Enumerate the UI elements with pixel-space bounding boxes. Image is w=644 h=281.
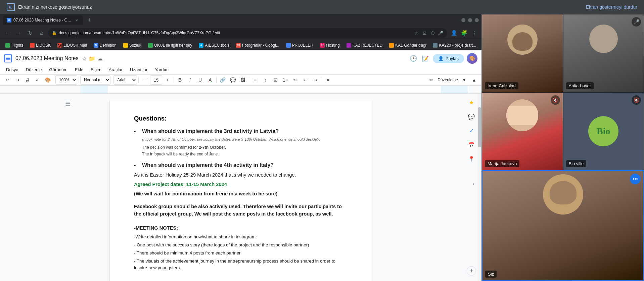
- sidebar-explore-icon[interactable]: ★: [465, 96, 477, 108]
- bookmark-aiesec[interactable]: A AIESEC tools: [196, 42, 232, 48]
- ka220-favicon: [433, 43, 438, 48]
- document-scroll-area[interactable]: ☰ Questions: When should we implement th…: [0, 94, 481, 281]
- checklist-button[interactable]: ☑: [271, 75, 280, 85]
- font-size-display[interactable]: 15: [150, 75, 162, 85]
- bookmark-definition[interactable]: D Definition: [91, 42, 119, 48]
- font-select[interactable]: Arial: [113, 75, 137, 85]
- comment-button[interactable]: 💬: [228, 75, 237, 85]
- document-title[interactable]: 07.06.2023 Meeting Notes: [15, 55, 79, 61]
- sidebar-calendar-icon[interactable]: 📅: [465, 139, 477, 151]
- anita-name-badge: Anita Løver: [566, 82, 594, 89]
- sozluk-favicon: [123, 43, 128, 48]
- share-label: Paylaş: [446, 56, 459, 61]
- address-url: docs.google.com/document/d/1oWoPkOpi78T_…: [59, 31, 411, 35]
- maximize-button[interactable]: [468, 18, 472, 22]
- edit-mode-chevron[interactable]: ▾: [459, 75, 469, 85]
- cloud-icon[interactable]: ☁: [97, 55, 103, 62]
- indent-increase-button[interactable]: ⇥: [311, 75, 320, 85]
- bookmark-star-icon[interactable]: ☆: [413, 30, 420, 36]
- back-button[interactable]: ←: [3, 28, 12, 38]
- extension-icon[interactable]: ⬡: [429, 30, 436, 36]
- style-select[interactable]: Normal m...: [80, 75, 110, 85]
- user-avatar[interactable]: 🎨: [467, 53, 477, 64]
- address-bar[interactable]: 🔒 docs.google.com/document/d/1oWoPkOpi78…: [48, 28, 447, 38]
- extensions-icon[interactable]: 🧩: [459, 28, 469, 38]
- sidebar-chat-icon[interactable]: 💬: [465, 110, 477, 123]
- history-icon[interactable]: 🕐: [409, 54, 418, 63]
- folder-icon[interactable]: 📁: [89, 55, 95, 62]
- mic-icon[interactable]: 🎤: [437, 30, 444, 36]
- star-icon[interactable]: ☆: [82, 55, 87, 62]
- ordered-list-button[interactable]: 1≡: [281, 75, 290, 85]
- tab-close-button[interactable]: ×: [74, 17, 79, 23]
- bookmark-flights[interactable]: Flights: [3, 42, 26, 48]
- pencil-edit-icon[interactable]: ✏: [427, 75, 436, 85]
- align-button[interactable]: ≡: [250, 75, 260, 85]
- sidebar-task-icon[interactable]: ✓: [465, 125, 477, 137]
- ruler: [0, 86, 481, 94]
- menu-araclar[interactable]: Araçlar: [105, 66, 126, 74]
- gdocs-right-controls: 🕐 📝 👤 Paylaş 🎨: [409, 53, 477, 64]
- bookmark-okul[interactable]: OKUL ile ilgili her şey: [145, 42, 195, 48]
- bookmark-sozluk[interactable]: Sözluk: [121, 42, 144, 48]
- menu-bicim[interactable]: Biçim: [87, 66, 105, 74]
- bold-button[interactable]: B: [175, 75, 185, 85]
- reload-button[interactable]: ↻: [26, 28, 35, 38]
- clear-format-button[interactable]: ✕: [323, 75, 333, 85]
- bookmark-ka1[interactable]: KA1 Göndericiliği: [386, 42, 429, 48]
- collapse-button[interactable]: ▲: [469, 75, 479, 85]
- italic-button[interactable]: I: [185, 75, 195, 85]
- scrollbar-thumb[interactable]: [478, 107, 481, 147]
- menu-duzenle[interactable]: Düzenle: [22, 66, 45, 74]
- active-tab[interactable]: G 07.06.2023 Meeting Notes - Goo... ×: [3, 15, 83, 25]
- undo-button[interactable]: ↩: [3, 75, 12, 85]
- bookmark-hosting[interactable]: H Hosting: [317, 42, 342, 48]
- sidebar-add-button[interactable]: +: [467, 266, 476, 276]
- edit-mode-control: ✏ Düzenleme ▾: [427, 75, 469, 85]
- menu-dosya[interactable]: Dosya: [3, 66, 22, 74]
- zoom-select[interactable]: 100%: [55, 75, 77, 85]
- more-options-icon[interactable]: ⋮: [469, 28, 479, 38]
- close-window-button[interactable]: [475, 18, 479, 22]
- menu-uzantilar[interactable]: Uzantılar: [127, 66, 151, 74]
- list-view-icon[interactable]: ☰: [65, 100, 71, 108]
- bookmark-photos[interactable]: 🖼 Fotoğraflar - Googl...: [233, 42, 282, 48]
- bookmark-ka2[interactable]: KA2 REJECTED: [344, 42, 385, 48]
- indent-decrease-button[interactable]: ⇤: [301, 75, 310, 85]
- forward-button[interactable]: →: [14, 28, 24, 38]
- home-button[interactable]: ⌂: [37, 28, 46, 38]
- redo-button[interactable]: ↪: [13, 75, 22, 85]
- unordered-list-button[interactable]: •≡: [291, 75, 300, 85]
- siz-video: [482, 171, 643, 280]
- image-button[interactable]: 🖼: [238, 75, 247, 85]
- bookmark-lidosk[interactable]: LIDOSK: [27, 42, 53, 48]
- font-size-increase-button[interactable]: +: [163, 75, 172, 85]
- meeting-notes-icon[interactable]: 📝: [421, 54, 430, 63]
- ka2-favicon: [347, 43, 351, 48]
- minimize-button[interactable]: [461, 18, 465, 22]
- vertical-scrollbar[interactable]: [477, 94, 481, 281]
- line-spacing-button[interactable]: ↕: [261, 75, 270, 85]
- gdocs-title-icons: ☆ 📁 ☁: [82, 55, 103, 62]
- cast-icon[interactable]: ⊡: [421, 30, 428, 36]
- spell-check-button[interactable]: ✓: [33, 75, 42, 85]
- underline-button[interactable]: U: [195, 75, 205, 85]
- menu-yardim[interactable]: Yardım: [151, 66, 172, 74]
- profile-icon[interactable]: 👤: [449, 28, 459, 38]
- paint-format-button[interactable]: 🎨: [43, 75, 52, 85]
- bookmark-lidosk-mail[interactable]: M LIDOSK Mail: [55, 42, 89, 48]
- menu-ekle[interactable]: Ekle: [72, 66, 87, 74]
- link-button[interactable]: 🔗: [218, 75, 227, 85]
- stop-sharing-button[interactable]: Ekran göstermeyi durdur: [586, 4, 637, 10]
- share-button[interactable]: 👤 Paylaş: [433, 54, 464, 63]
- projeler-favicon: [286, 43, 291, 48]
- sidebar-maps-icon[interactable]: 📍: [465, 153, 477, 165]
- text-color-button[interactable]: A: [205, 75, 215, 85]
- bookmark-ka220[interactable]: KA220 - proje draft...: [430, 42, 479, 48]
- new-tab-button[interactable]: +: [85, 15, 94, 25]
- menu-gorunum[interactable]: Görünüm: [46, 66, 71, 74]
- print-button[interactable]: 🖨: [23, 75, 32, 85]
- font-size-decrease-button[interactable]: −: [140, 75, 149, 85]
- document-content: Questions: When should we implement the …: [134, 114, 348, 271]
- bookmark-projeler[interactable]: PROJELER: [283, 42, 316, 48]
